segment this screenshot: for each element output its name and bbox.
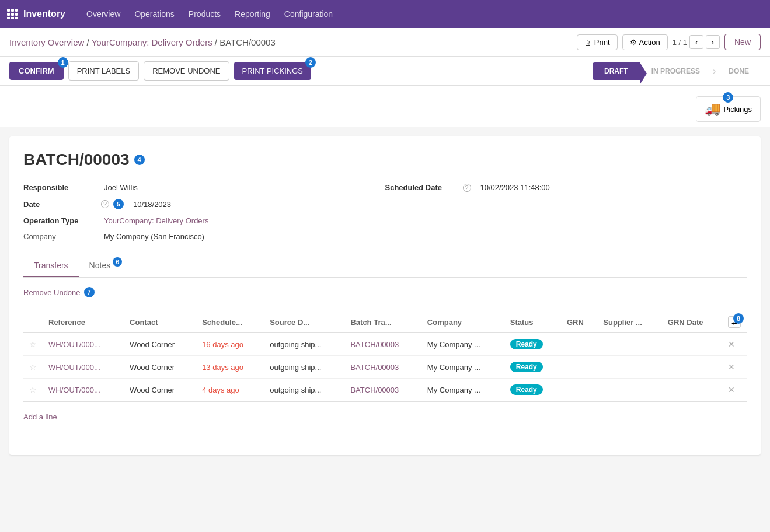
nav-products[interactable]: Products bbox=[182, 0, 228, 28]
tab-transfers[interactable]: Transfers bbox=[23, 255, 79, 277]
add-line-row: Add a line bbox=[23, 401, 747, 432]
row3-supplier bbox=[597, 379, 661, 401]
status-pipeline: DRAFT IN PROGRESS › DONE bbox=[593, 62, 761, 80]
th-grn-date: GRN Date bbox=[662, 312, 722, 333]
row1-delete[interactable]: ✕ bbox=[728, 340, 735, 349]
status-done[interactable]: DONE bbox=[717, 62, 761, 80]
status-draft[interactable]: DRAFT bbox=[593, 62, 640, 80]
row3-batch[interactable]: BATCH/00003 bbox=[350, 386, 399, 394]
optional-columns-button[interactable]: ⇄ 8 bbox=[728, 316, 741, 328]
tabs-bar: Transfers Notes 6 bbox=[23, 255, 747, 278]
action-toolbar: CONFIRM 1 PRINT LABELS REMOVE UNDONE PRI… bbox=[0, 57, 770, 86]
row1-reference[interactable]: WH/OUT/000... bbox=[48, 340, 100, 349]
new-button[interactable]: New bbox=[724, 34, 761, 50]
nav-operations[interactable]: Operations bbox=[127, 0, 181, 28]
row1-star[interactable]: ☆ bbox=[29, 340, 37, 349]
transfers-table: Reference Contact Schedule... Source D..… bbox=[23, 312, 747, 401]
row2-grn-date bbox=[662, 356, 722, 379]
date-field: Date ? 5 10/18/2023 bbox=[23, 199, 385, 209]
row2-star[interactable]: ☆ bbox=[29, 362, 37, 372]
breadcrumb-sep1: / bbox=[87, 37, 92, 47]
header-actions: 🖨 Print ⚙ Action 1 / 1 ‹ › New bbox=[577, 34, 761, 50]
row2-grn bbox=[561, 356, 597, 379]
title-badge: 4 bbox=[134, 155, 145, 165]
scheduled-date-help-icon[interactable]: ? bbox=[463, 184, 471, 192]
row3-company: My Company ... bbox=[421, 379, 504, 401]
row2-delete[interactable]: ✕ bbox=[728, 362, 735, 372]
row3-contact: Wood Corner bbox=[124, 379, 196, 401]
row3-grn bbox=[561, 379, 597, 401]
row2-supplier bbox=[597, 356, 661, 379]
row1-batch[interactable]: BATCH/00003 bbox=[350, 340, 399, 349]
main-content: BATCH/00003 4 Responsible Joel Willis Da… bbox=[9, 136, 761, 455]
confirm-button[interactable]: CONFIRM 1 bbox=[9, 62, 64, 80]
remove-undone-link[interactable]: Remove Undone 7 bbox=[23, 287, 95, 298]
row3-schedule: 4 days ago bbox=[196, 379, 264, 401]
th-source: Source D... bbox=[264, 312, 344, 333]
form-right: Scheduled Date ? 10/02/2023 11:48:00 bbox=[385, 183, 747, 241]
row2-company: My Company ... bbox=[421, 356, 504, 379]
breadcrumb-delivery-orders[interactable]: YourCompany: Delivery Orders bbox=[92, 37, 212, 47]
row1-contact: Wood Corner bbox=[124, 333, 196, 356]
row3-reference[interactable]: WH/OUT/000... bbox=[48, 386, 100, 394]
next-page-button[interactable]: › bbox=[706, 35, 720, 49]
row3-status: Ready bbox=[510, 384, 543, 395]
tab-notes[interactable]: Notes 6 bbox=[79, 255, 125, 277]
form-fields: Responsible Joel Willis Date ? 5 10/18/2… bbox=[23, 183, 747, 241]
breadcrumb-sep2: / bbox=[215, 37, 219, 47]
print-labels-button[interactable]: PRINT LABELS bbox=[68, 61, 140, 80]
pickings-badge: 3 bbox=[723, 92, 733, 103]
date-help-icon[interactable]: ? bbox=[101, 200, 109, 208]
remove-undone-row: Remove Undone 7 bbox=[23, 287, 747, 304]
print-pickings-button[interactable]: PRINT PICKINGS 2 bbox=[234, 62, 312, 80]
row1-company: My Company ... bbox=[421, 333, 504, 356]
breadcrumb-current: BATCH/00003 bbox=[219, 37, 276, 47]
nav-configuration[interactable]: Configuration bbox=[277, 0, 340, 28]
status-in-progress[interactable]: IN PROGRESS bbox=[640, 62, 712, 80]
svg-rect-3 bbox=[7, 13, 10, 16]
row3-delete[interactable]: ✕ bbox=[728, 385, 735, 394]
row3-source: outgoing ship... bbox=[264, 379, 344, 401]
svg-rect-8 bbox=[15, 17, 18, 19]
row1-source: outgoing ship... bbox=[264, 333, 344, 356]
th-company: Company bbox=[421, 312, 504, 333]
page-navigation: 1 / 1 ‹ › bbox=[673, 35, 720, 49]
row2-reference[interactable]: WH/OUT/000... bbox=[48, 363, 100, 372]
breadcrumb-bar: Inventory Overview / YourCompany: Delive… bbox=[0, 28, 770, 57]
confirm-badge: 1 bbox=[58, 57, 68, 68]
toolbar-left: CONFIRM 1 PRINT LABELS REMOVE UNDONE PRI… bbox=[9, 61, 311, 80]
record-title: BATCH/00003 4 bbox=[23, 150, 747, 169]
breadcrumb-inventory-overview[interactable]: Inventory Overview bbox=[9, 37, 84, 47]
svg-rect-4 bbox=[11, 13, 14, 16]
row1-grn-date bbox=[662, 333, 722, 356]
table-body: ☆ WH/OUT/000... Wood Corner 16 days ago … bbox=[23, 333, 747, 401]
apps-grid-icon[interactable] bbox=[7, 9, 18, 19]
th-status: Status bbox=[504, 312, 561, 333]
print-pickings-badge: 2 bbox=[305, 57, 316, 68]
nav-overview[interactable]: Overview bbox=[79, 0, 127, 28]
action-button[interactable]: ⚙ Action bbox=[622, 34, 668, 50]
pickings-smart-button[interactable]: 3 🚚 Pickings bbox=[696, 96, 761, 122]
row2-status: Ready bbox=[510, 362, 543, 372]
nav-reporting[interactable]: Reporting bbox=[228, 0, 277, 28]
row3-grn-date bbox=[662, 379, 722, 401]
prev-page-button[interactable]: ‹ bbox=[689, 35, 703, 49]
th-star bbox=[23, 312, 43, 333]
th-grn: GRN bbox=[561, 312, 597, 333]
row1-supplier bbox=[597, 333, 661, 356]
th-contact: Contact bbox=[124, 312, 196, 333]
svg-rect-7 bbox=[11, 17, 14, 19]
row3-star[interactable]: ☆ bbox=[29, 385, 37, 394]
row2-batch[interactable]: BATCH/00003 bbox=[350, 363, 399, 372]
company-field: Company My Company (San Francisco) bbox=[23, 232, 385, 241]
remove-undone-button[interactable]: REMOVE UNDONE bbox=[144, 61, 229, 80]
th-supplier: Supplier ... bbox=[597, 312, 661, 333]
svg-rect-5 bbox=[15, 13, 18, 16]
table-row: ☆ WH/OUT/000... Wood Corner 16 days ago … bbox=[23, 333, 747, 356]
th-schedule: Schedule... bbox=[196, 312, 264, 333]
print-button[interactable]: 🖨 Print bbox=[577, 34, 618, 50]
app-brand: Inventory bbox=[23, 9, 65, 19]
optional-badge: 8 bbox=[733, 313, 744, 324]
add-a-line-link[interactable]: Add a line bbox=[23, 407, 57, 427]
notes-tab-badge: 6 bbox=[113, 257, 122, 267]
